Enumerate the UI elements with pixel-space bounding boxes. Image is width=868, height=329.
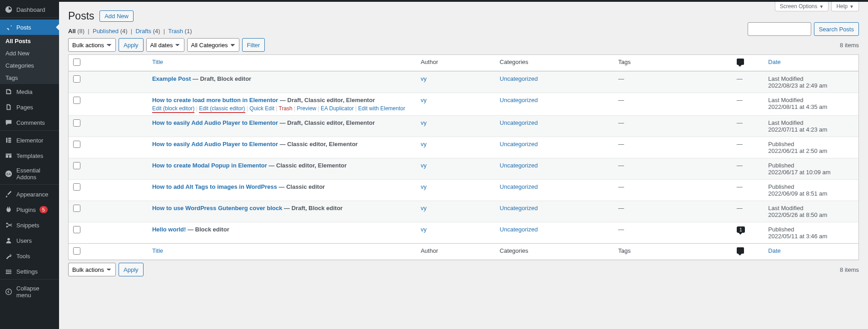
bulk-apply-button[interactable]: Apply	[119, 38, 144, 52]
row-checkbox[interactable]	[73, 226, 80, 233]
filter-button[interactable]: Filter	[242, 38, 265, 52]
view-drafts[interactable]: Drafts	[135, 28, 151, 34]
search-input[interactable]	[748, 22, 811, 36]
select-all-checkbox-footer[interactable]	[73, 247, 80, 255]
submenu-categories[interactable]: Categories	[0, 59, 59, 72]
table-row: How to create load more button in Elemen…	[69, 93, 858, 115]
author-link[interactable]: vy	[421, 183, 427, 190]
post-title-link[interactable]: Example Post	[152, 75, 191, 82]
post-title-link[interactable]: How to create load more button in Elemen…	[152, 97, 278, 103]
post-title-link[interactable]: How to easily Add Audio Player to Elemen…	[152, 141, 278, 147]
select-all-checkbox[interactable]	[73, 59, 80, 66]
menu-plugins[interactable]: Plugins 5	[0, 202, 59, 217]
menu-snippets[interactable]: Snippets	[0, 217, 59, 233]
post-title-link[interactable]: How to easily Add Audio Player to Elemen…	[152, 119, 278, 126]
author-link[interactable]: vy	[421, 162, 427, 169]
submenu-all-posts[interactable]: All Posts	[0, 35, 59, 47]
post-title-link[interactable]: Hello world!	[152, 226, 186, 233]
help-tab[interactable]: Help▼	[831, 2, 859, 11]
category-link[interactable]: Uncategorized	[500, 141, 538, 147]
date-value: 2022/07/11 at 4:23 am	[768, 126, 827, 133]
column-author-footer[interactable]: Author	[416, 243, 495, 260]
menu-collapse[interactable]: Collapse menu	[0, 281, 59, 302]
view-published[interactable]: Published	[93, 28, 119, 34]
comments-cell: —	[737, 141, 743, 147]
view-published-count: (4)	[120, 28, 128, 34]
post-title-link[interactable]: How to use WordPress Gutenberg cover blo…	[152, 205, 283, 211]
view-all[interactable]: All	[68, 28, 76, 34]
row-checkbox[interactable]	[73, 183, 80, 191]
menu-templates[interactable]: Templates	[0, 148, 59, 163]
column-comments[interactable]	[732, 55, 764, 71]
menu-tools-label: Tools	[16, 253, 30, 260]
category-link[interactable]: Uncategorized	[500, 119, 538, 126]
column-author[interactable]: Author	[416, 55, 495, 71]
bulk-action-select[interactable]: Bulk actions	[68, 38, 116, 52]
row-checkbox[interactable]	[73, 119, 80, 127]
row-checkbox[interactable]	[73, 141, 80, 148]
column-categories[interactable]: Categories	[495, 55, 614, 71]
menu-media[interactable]: Media	[0, 84, 59, 99]
menu-users[interactable]: Users	[0, 233, 59, 248]
category-link[interactable]: Uncategorized	[500, 162, 538, 169]
author-link[interactable]: vy	[421, 119, 427, 126]
menu-tools[interactable]: Tools	[0, 248, 59, 264]
edit-block-link[interactable]: Edit (block editor)	[152, 105, 194, 113]
category-link[interactable]: Uncategorized	[500, 97, 538, 103]
preview-link[interactable]: Preview	[297, 105, 317, 112]
plug-icon	[5, 206, 13, 214]
column-tags-footer[interactable]: Tags	[614, 243, 732, 260]
svg-point-6	[6, 223, 8, 225]
post-title-link[interactable]: How to create Modal Popup in Elementor	[152, 162, 267, 169]
row-checkbox[interactable]	[73, 97, 80, 104]
menu-comments[interactable]: Comments	[0, 115, 59, 130]
post-title-link[interactable]: How to add Alt Tags to images in WordPre…	[152, 183, 277, 190]
row-checkbox[interactable]	[73, 162, 80, 169]
menu-appearance[interactable]: Appearance	[0, 187, 59, 202]
bulk-action-select-bottom[interactable]: Bulk actions	[68, 263, 116, 276]
submenu-tags[interactable]: Tags	[0, 72, 59, 84]
column-date[interactable]: Date	[764, 55, 858, 71]
author-link[interactable]: vy	[421, 97, 427, 103]
row-checkbox[interactable]	[73, 75, 80, 83]
category-filter-select[interactable]: All Categories	[187, 38, 239, 52]
menu-pages[interactable]: Pages	[0, 99, 59, 115]
svg-rect-2	[8, 140, 11, 141]
column-title[interactable]: Title	[148, 55, 416, 71]
column-comments-footer[interactable]	[732, 243, 764, 260]
trash-link[interactable]: Trash	[279, 105, 293, 112]
column-date-footer[interactable]: Date	[764, 243, 858, 260]
add-new-button[interactable]: Add New	[99, 10, 134, 22]
comment-count-bubble[interactable]: 1	[737, 226, 745, 233]
author-link[interactable]: vy	[421, 141, 427, 147]
author-link[interactable]: vy	[421, 226, 427, 233]
author-link[interactable]: vy	[421, 205, 427, 211]
menu-elementor[interactable]: Elementor	[0, 133, 59, 148]
category-link[interactable]: Uncategorized	[500, 183, 538, 190]
column-categories-footer[interactable]: Categories	[495, 243, 614, 260]
column-tags[interactable]: Tags	[614, 55, 732, 71]
row-checkbox[interactable]	[73, 205, 80, 212]
menu-dashboard[interactable]: Dashboard	[0, 2, 59, 17]
menu-posts[interactable]: Posts	[0, 20, 59, 35]
post-state: — Draft, Block editor	[283, 205, 343, 211]
author-link[interactable]: vy	[421, 75, 427, 82]
category-link[interactable]: Uncategorized	[500, 226, 538, 233]
svg-point-7	[6, 226, 8, 228]
edit-classic-link[interactable]: Edit (classic editor)	[199, 105, 245, 113]
menu-essential-addons[interactable]: EA Essential Addons	[0, 163, 59, 184]
column-title-footer[interactable]: Title	[148, 243, 416, 260]
submenu-add-new[interactable]: Add New	[0, 47, 59, 59]
edit-elementor-link[interactable]: Edit with Elementor	[358, 105, 405, 112]
bulk-apply-button-bottom[interactable]: Apply	[119, 263, 144, 276]
main-content: Screen Options▼ Help▼ Posts Add New Sear…	[59, 2, 868, 329]
quick-edit-link[interactable]: Quick Edit	[249, 105, 274, 112]
category-link[interactable]: Uncategorized	[500, 205, 538, 211]
view-trash[interactable]: Trash	[168, 28, 183, 34]
menu-settings[interactable]: Settings	[0, 264, 59, 279]
date-filter-select[interactable]: All dates	[146, 38, 184, 52]
category-link[interactable]: Uncategorized	[500, 75, 538, 82]
ea-duplicator-link[interactable]: EA Duplicator	[321, 105, 354, 112]
search-posts-button[interactable]: Search Posts	[814, 22, 859, 36]
screen-options-tab[interactable]: Screen Options▼	[775, 2, 829, 11]
